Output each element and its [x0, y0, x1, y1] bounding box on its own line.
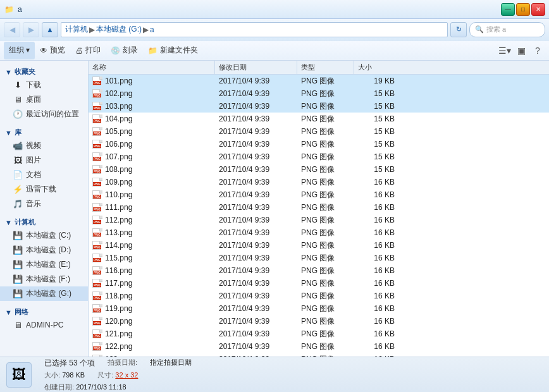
png-file-icon: PNG: [92, 114, 102, 123]
sidebar: ▼ 收藏夹 ⬇ 下载 🖥 桌面 🕐 最近访问的位置 ▼ 库 📹 视频 🖼 图片: [0, 61, 89, 357]
file-size-cell: 16 KB: [354, 317, 398, 326]
toolbar-print[interactable]: 🖨 打印: [70, 42, 106, 59]
help-button[interactable]: ?: [530, 43, 545, 58]
table-row[interactable]: PNG 118.png 2017/10/4 9:39 PNG 图像 16 KB: [89, 290, 549, 302]
close-button[interactable]: ✕: [531, 3, 545, 16]
col-header-date[interactable]: 修改日期: [215, 61, 297, 74]
col-header-name[interactable]: 名称: [89, 61, 215, 74]
file-list[interactable]: PNG 101.png 2017/10/4 9:39 PNG 图像 19 KB …: [89, 75, 549, 357]
file-size-cell: 16 KB: [354, 291, 398, 300]
png-file-icon: PNG: [92, 216, 102, 224]
window-title: a: [18, 5, 22, 14]
table-row[interactable]: PNG 111.png 2017/10/4 9:39 PNG 图像 16 KB: [89, 201, 549, 214]
drive-g-icon: 💾: [13, 289, 23, 299]
sidebar-item-desktop[interactable]: 🖥 桌面: [0, 92, 88, 107]
file-date-cell: 2017/10/4 9:39: [215, 152, 297, 161]
toolbar-organize-label: 组织 ▾: [9, 45, 30, 56]
minimize-button[interactable]: —: [501, 3, 515, 16]
sidebar-item-drive-f[interactable]: 💾 本地磁盘 (F:): [0, 272, 88, 286]
png-file-icon: PNG: [92, 291, 102, 300]
file-size-cell: 16 KB: [354, 228, 398, 237]
table-row[interactable]: PNG 105.png 2017/10/4 9:39 PNG 图像 15 KB: [89, 125, 549, 138]
table-row[interactable]: PNG 115.png 2017/10/4 9:39 PNG 图像 16 KB: [89, 252, 549, 264]
sidebar-item-videos[interactable]: 📹 视频: [0, 138, 88, 153]
forward-button[interactable]: ▶: [23, 22, 39, 37]
file-type-cell: PNG 图像: [297, 139, 354, 150]
toolbar-new-folder-icon: 📁: [148, 46, 157, 55]
toolbar-organize[interactable]: 组织 ▾: [4, 42, 35, 59]
file-type-cell: PNG 图像: [297, 101, 354, 112]
file-name-cell: PNG 118.png: [89, 291, 215, 300]
selected-count: 已选择 53 个项: [44, 357, 95, 369]
sidebar-item-music[interactable]: 🎵 音乐: [0, 197, 88, 211]
table-row[interactable]: PNG 106.png 2017/10/4 9:39 PNG 图像 15 KB: [89, 138, 549, 150]
table-row[interactable]: PNG 121.png 2017/10/4 9:39 PNG 图像 16 KB: [89, 328, 549, 340]
file-name: 116.png: [105, 266, 132, 275]
png-file-icon: PNG: [92, 203, 102, 212]
maximize-button[interactable]: □: [516, 3, 530, 16]
view-panel-button[interactable]: ▣: [514, 43, 529, 58]
file-name: 109.png: [105, 178, 132, 187]
sidebar-item-thunder[interactable]: ⚡ 迅雷下载: [0, 182, 88, 197]
file-name-cell: PNG 108.png: [89, 165, 215, 174]
sidebar-item-pictures[interactable]: 🖼 图片: [0, 153, 88, 168]
toolbar-new-folder[interactable]: 📁 新建文件夹: [143, 42, 203, 59]
png-file-icon: PNG: [92, 228, 102, 237]
file-name-cell: PNG 112.png: [89, 216, 215, 224]
sidebar-item-recent[interactable]: 🕐 最近访问的位置: [0, 107, 88, 121]
table-row[interactable]: PNG 109.png 2017/10/4 9:39 PNG 图像 16 KB: [89, 176, 549, 188]
sidebar-item-drive-e[interactable]: 💾 本地磁盘 (E:): [0, 257, 88, 272]
png-file-icon: PNG: [92, 342, 102, 351]
sidebar-network-header[interactable]: ▼ 网络: [0, 305, 88, 318]
table-row[interactable]: PNG 119.png 2017/10/4 9:39 PNG 图像 16 KB: [89, 302, 549, 315]
sidebar-computer-header[interactable]: ▼ 计算机: [0, 215, 88, 228]
sidebar-item-drive-g[interactable]: 💾 本地磁盘 (G:): [0, 286, 88, 301]
table-row[interactable]: PNG 104.png 2017/10/4 9:39 PNG 图像 15 KB: [89, 113, 549, 125]
col-header-size[interactable]: 大小: [354, 61, 398, 74]
table-row[interactable]: PNG 103.png 2017/10/4 9:39 PNG 图像 15 KB: [89, 100, 549, 113]
file-name-cell: PNG 111.png: [89, 203, 215, 212]
toolbar-preview[interactable]: 👁 预览: [35, 42, 70, 59]
up-button[interactable]: ▲: [42, 22, 58, 37]
table-row[interactable]: PNG 102.png 2017/10/4 9:39 PNG 图像 15 KB: [89, 87, 549, 100]
documents-icon: 📄: [13, 170, 23, 180]
created-block: 创建日期: 2017/10/3 11:18: [44, 381, 126, 392]
table-row[interactable]: PNG 107.png 2017/10/4 9:39 PNG 图像 15 KB: [89, 150, 549, 163]
table-row[interactable]: PNG 114.png 2017/10/4 9:39 PNG 图像 16 KB: [89, 239, 549, 252]
window-controls: — □ ✕: [501, 3, 545, 16]
sidebar-favorites-header[interactable]: ▼ 收藏夹: [0, 64, 88, 78]
sidebar-item-downloads[interactable]: ⬇ 下载: [0, 78, 88, 92]
toolbar-burn[interactable]: 💿 刻录: [106, 42, 143, 59]
back-button[interactable]: ◀: [4, 22, 20, 37]
sidebar-library-header[interactable]: ▼ 库: [0, 125, 88, 138]
sidebar-item-admin-pc[interactable]: 🖥 ADMIN-PC: [0, 318, 88, 332]
search-box[interactable]: 🔍 搜索 a: [469, 22, 545, 37]
table-row[interactable]: PNG 117.png 2017/10/4 9:39 PNG 图像 16 KB: [89, 277, 549, 290]
view-change-button[interactable]: ☰▾: [497, 43, 512, 58]
table-row[interactable]: PNG 110.png 2017/10/4 9:39 PNG 图像 16 KB: [89, 188, 549, 201]
file-date-cell: 2017/10/4 9:39: [215, 254, 297, 262]
file-name: 119.png: [105, 304, 132, 313]
sidebar-item-drive-c[interactable]: 💾 本地磁盘 (C:): [0, 228, 88, 243]
table-row[interactable]: PNG 101.png 2017/10/4 9:39 PNG 图像 19 KB: [89, 75, 549, 87]
table-row[interactable]: PNG 112.png 2017/10/4 9:39 PNG 图像 16 KB: [89, 214, 549, 226]
toolbar: 组织 ▾ 👁 预览 🖨 打印 💿 刻录 📁 新建文件夹 ☰▾ ▣ ?: [0, 40, 549, 61]
col-header-type[interactable]: 类型: [297, 61, 354, 74]
file-type-cell: PNG 图像: [297, 303, 354, 314]
drive-c-icon: 💾: [13, 231, 23, 241]
table-row[interactable]: PNG 116.png 2017/10/4 9:39 PNG 图像 16 KB: [89, 264, 549, 277]
address-path[interactable]: 计算机 ▶ 本地磁盘 (G:) ▶ a: [61, 22, 448, 37]
desktop-icon: 🖥: [13, 95, 23, 105]
table-row[interactable]: PNG 122.png 2017/10/4 9:39 PNG 图像 16 KB: [89, 340, 549, 353]
table-row[interactable]: PNG 120.png 2017/10/4 9:39 PNG 图像 16 KB: [89, 315, 549, 328]
admin-pc-icon: 🖥: [13, 320, 23, 330]
file-type-cell: PNG 图像: [297, 164, 354, 175]
refresh-button[interactable]: ↻: [450, 22, 467, 37]
sidebar-item-documents[interactable]: 📄 文档: [0, 168, 88, 182]
sidebar-item-drive-d[interactable]: 💾 本地磁盘 (D:): [0, 243, 88, 257]
table-row[interactable]: PNG 113.png 2017/10/4 9:39 PNG 图像 16 KB: [89, 226, 549, 239]
status-bar: 🖼 已选择 53 个项 拍摄日期: 指定拍摄日期 大小: 798 KB 尺寸: …: [0, 357, 549, 392]
toolbar-view-controls: ☰▾ ▣ ?: [497, 43, 545, 58]
file-type-cell: PNG 图像: [297, 266, 354, 276]
table-row[interactable]: PNG 108.png 2017/10/4 9:39 PNG 图像 15 KB: [89, 163, 549, 176]
